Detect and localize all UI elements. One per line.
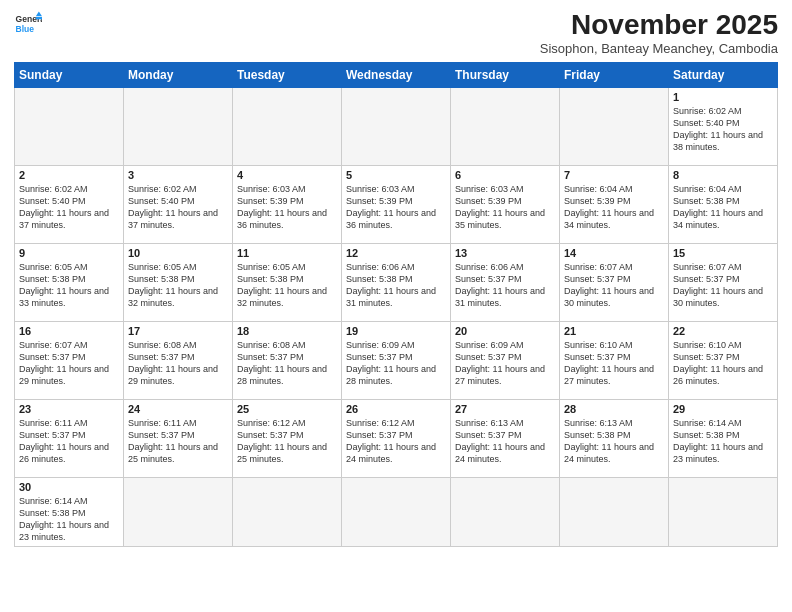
day-number: 10 bbox=[128, 247, 228, 259]
calendar-cell: 20Sunrise: 6:09 AM Sunset: 5:37 PM Dayli… bbox=[451, 321, 560, 399]
day-info: Sunrise: 6:09 AM Sunset: 5:37 PM Dayligh… bbox=[346, 339, 446, 388]
day-number: 27 bbox=[455, 403, 555, 415]
calendar: SundayMondayTuesdayWednesdayThursdayFrid… bbox=[14, 62, 778, 548]
calendar-cell: 17Sunrise: 6:08 AM Sunset: 5:37 PM Dayli… bbox=[124, 321, 233, 399]
weekday-header-sunday: Sunday bbox=[15, 62, 124, 87]
calendar-cell bbox=[669, 477, 778, 547]
weekday-header-friday: Friday bbox=[560, 62, 669, 87]
day-number: 26 bbox=[346, 403, 446, 415]
logo-icon: General Blue bbox=[14, 10, 42, 38]
day-number: 13 bbox=[455, 247, 555, 259]
calendar-cell: 26Sunrise: 6:12 AM Sunset: 5:37 PM Dayli… bbox=[342, 399, 451, 477]
day-info: Sunrise: 6:13 AM Sunset: 5:38 PM Dayligh… bbox=[564, 417, 664, 466]
calendar-cell: 25Sunrise: 6:12 AM Sunset: 5:37 PM Dayli… bbox=[233, 399, 342, 477]
title-block: November 2025 Sisophon, Banteay Meanchey… bbox=[540, 10, 778, 56]
month-title: November 2025 bbox=[540, 10, 778, 41]
calendar-cell: 8Sunrise: 6:04 AM Sunset: 5:38 PM Daylig… bbox=[669, 165, 778, 243]
calendar-cell bbox=[233, 87, 342, 165]
calendar-cell: 7Sunrise: 6:04 AM Sunset: 5:39 PM Daylig… bbox=[560, 165, 669, 243]
day-info: Sunrise: 6:05 AM Sunset: 5:38 PM Dayligh… bbox=[237, 261, 337, 310]
calendar-cell: 6Sunrise: 6:03 AM Sunset: 5:39 PM Daylig… bbox=[451, 165, 560, 243]
calendar-cell: 12Sunrise: 6:06 AM Sunset: 5:38 PM Dayli… bbox=[342, 243, 451, 321]
svg-text:Blue: Blue bbox=[16, 24, 35, 34]
week-row-1: 1Sunrise: 6:02 AM Sunset: 5:40 PM Daylig… bbox=[15, 87, 778, 165]
day-number: 23 bbox=[19, 403, 119, 415]
calendar-cell: 4Sunrise: 6:03 AM Sunset: 5:39 PM Daylig… bbox=[233, 165, 342, 243]
week-row-5: 23Sunrise: 6:11 AM Sunset: 5:37 PM Dayli… bbox=[15, 399, 778, 477]
header: General Blue November 2025 Sisophon, Ban… bbox=[14, 10, 778, 56]
day-number: 6 bbox=[455, 169, 555, 181]
day-info: Sunrise: 6:07 AM Sunset: 5:37 PM Dayligh… bbox=[673, 261, 773, 310]
day-info: Sunrise: 6:07 AM Sunset: 5:37 PM Dayligh… bbox=[19, 339, 119, 388]
day-number: 17 bbox=[128, 325, 228, 337]
day-number: 20 bbox=[455, 325, 555, 337]
day-info: Sunrise: 6:03 AM Sunset: 5:39 PM Dayligh… bbox=[455, 183, 555, 232]
day-info: Sunrise: 6:03 AM Sunset: 5:39 PM Dayligh… bbox=[237, 183, 337, 232]
calendar-cell bbox=[124, 477, 233, 547]
calendar-cell bbox=[560, 87, 669, 165]
calendar-cell: 3Sunrise: 6:02 AM Sunset: 5:40 PM Daylig… bbox=[124, 165, 233, 243]
day-info: Sunrise: 6:11 AM Sunset: 5:37 PM Dayligh… bbox=[128, 417, 228, 466]
calendar-cell bbox=[233, 477, 342, 547]
calendar-cell: 21Sunrise: 6:10 AM Sunset: 5:37 PM Dayli… bbox=[560, 321, 669, 399]
calendar-cell: 13Sunrise: 6:06 AM Sunset: 5:37 PM Dayli… bbox=[451, 243, 560, 321]
day-info: Sunrise: 6:03 AM Sunset: 5:39 PM Dayligh… bbox=[346, 183, 446, 232]
calendar-cell bbox=[451, 477, 560, 547]
calendar-cell: 24Sunrise: 6:11 AM Sunset: 5:37 PM Dayli… bbox=[124, 399, 233, 477]
calendar-cell: 14Sunrise: 6:07 AM Sunset: 5:37 PM Dayli… bbox=[560, 243, 669, 321]
day-info: Sunrise: 6:06 AM Sunset: 5:37 PM Dayligh… bbox=[455, 261, 555, 310]
day-info: Sunrise: 6:04 AM Sunset: 5:39 PM Dayligh… bbox=[564, 183, 664, 232]
day-info: Sunrise: 6:07 AM Sunset: 5:37 PM Dayligh… bbox=[564, 261, 664, 310]
day-info: Sunrise: 6:06 AM Sunset: 5:38 PM Dayligh… bbox=[346, 261, 446, 310]
calendar-cell: 23Sunrise: 6:11 AM Sunset: 5:37 PM Dayli… bbox=[15, 399, 124, 477]
day-info: Sunrise: 6:05 AM Sunset: 5:38 PM Dayligh… bbox=[19, 261, 119, 310]
day-info: Sunrise: 6:14 AM Sunset: 5:38 PM Dayligh… bbox=[19, 495, 119, 544]
calendar-cell bbox=[342, 87, 451, 165]
day-number: 16 bbox=[19, 325, 119, 337]
day-number: 3 bbox=[128, 169, 228, 181]
day-number: 11 bbox=[237, 247, 337, 259]
weekday-header-tuesday: Tuesday bbox=[233, 62, 342, 87]
day-info: Sunrise: 6:05 AM Sunset: 5:38 PM Dayligh… bbox=[128, 261, 228, 310]
day-number: 15 bbox=[673, 247, 773, 259]
day-number: 21 bbox=[564, 325, 664, 337]
day-number: 7 bbox=[564, 169, 664, 181]
calendar-cell: 9Sunrise: 6:05 AM Sunset: 5:38 PM Daylig… bbox=[15, 243, 124, 321]
weekday-header-wednesday: Wednesday bbox=[342, 62, 451, 87]
calendar-cell bbox=[342, 477, 451, 547]
calendar-cell: 28Sunrise: 6:13 AM Sunset: 5:38 PM Dayli… bbox=[560, 399, 669, 477]
day-info: Sunrise: 6:14 AM Sunset: 5:38 PM Dayligh… bbox=[673, 417, 773, 466]
calendar-cell bbox=[124, 87, 233, 165]
day-number: 2 bbox=[19, 169, 119, 181]
calendar-cell: 29Sunrise: 6:14 AM Sunset: 5:38 PM Dayli… bbox=[669, 399, 778, 477]
week-row-2: 2Sunrise: 6:02 AM Sunset: 5:40 PM Daylig… bbox=[15, 165, 778, 243]
weekday-header-thursday: Thursday bbox=[451, 62, 560, 87]
logo: General Blue bbox=[14, 10, 42, 38]
day-info: Sunrise: 6:12 AM Sunset: 5:37 PM Dayligh… bbox=[237, 417, 337, 466]
day-number: 5 bbox=[346, 169, 446, 181]
calendar-cell: 2Sunrise: 6:02 AM Sunset: 5:40 PM Daylig… bbox=[15, 165, 124, 243]
weekday-header-monday: Monday bbox=[124, 62, 233, 87]
calendar-cell: 22Sunrise: 6:10 AM Sunset: 5:37 PM Dayli… bbox=[669, 321, 778, 399]
day-info: Sunrise: 6:02 AM Sunset: 5:40 PM Dayligh… bbox=[673, 105, 773, 154]
calendar-cell: 15Sunrise: 6:07 AM Sunset: 5:37 PM Dayli… bbox=[669, 243, 778, 321]
day-info: Sunrise: 6:12 AM Sunset: 5:37 PM Dayligh… bbox=[346, 417, 446, 466]
day-info: Sunrise: 6:10 AM Sunset: 5:37 PM Dayligh… bbox=[564, 339, 664, 388]
day-info: Sunrise: 6:09 AM Sunset: 5:37 PM Dayligh… bbox=[455, 339, 555, 388]
day-number: 1 bbox=[673, 91, 773, 103]
day-info: Sunrise: 6:02 AM Sunset: 5:40 PM Dayligh… bbox=[128, 183, 228, 232]
day-info: Sunrise: 6:04 AM Sunset: 5:38 PM Dayligh… bbox=[673, 183, 773, 232]
day-info: Sunrise: 6:08 AM Sunset: 5:37 PM Dayligh… bbox=[128, 339, 228, 388]
calendar-cell: 10Sunrise: 6:05 AM Sunset: 5:38 PM Dayli… bbox=[124, 243, 233, 321]
day-number: 28 bbox=[564, 403, 664, 415]
calendar-cell: 30Sunrise: 6:14 AM Sunset: 5:38 PM Dayli… bbox=[15, 477, 124, 547]
weekday-header-row: SundayMondayTuesdayWednesdayThursdayFrid… bbox=[15, 62, 778, 87]
calendar-cell bbox=[560, 477, 669, 547]
calendar-cell bbox=[451, 87, 560, 165]
calendar-cell: 19Sunrise: 6:09 AM Sunset: 5:37 PM Dayli… bbox=[342, 321, 451, 399]
day-info: Sunrise: 6:02 AM Sunset: 5:40 PM Dayligh… bbox=[19, 183, 119, 232]
calendar-cell: 16Sunrise: 6:07 AM Sunset: 5:37 PM Dayli… bbox=[15, 321, 124, 399]
day-number: 12 bbox=[346, 247, 446, 259]
day-number: 8 bbox=[673, 169, 773, 181]
subtitle: Sisophon, Banteay Meanchey, Cambodia bbox=[540, 41, 778, 56]
